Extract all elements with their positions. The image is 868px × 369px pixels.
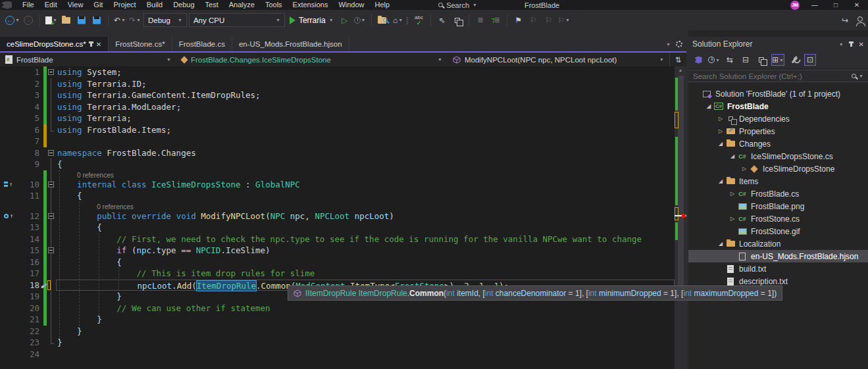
code-line[interactable]: 13 { (0, 222, 675, 234)
copy-structure-button[interactable] (451, 13, 464, 28)
tree-item-iceslimedropsstone[interactable]: ▷IceSlimeDropsStone (688, 162, 868, 175)
vs-logo-icon[interactable] (1, 1, 12, 9)
solution-platform-dropdown[interactable]: Any CPU▼ (189, 13, 285, 27)
code-line[interactable]: 2using Terraria.ID; (0, 78, 675, 90)
new-project-button[interactable]: ▼ (45, 13, 58, 28)
fold-margin[interactable] (47, 210, 56, 222)
menu-debug[interactable]: Debug (168, 0, 199, 10)
menu-help[interactable]: Help (370, 0, 396, 10)
toggle-bookmark-button[interactable]: ⚑ (512, 13, 525, 28)
code-line[interactable]: 22 } (0, 326, 675, 337)
preview-selected-items-toggle[interactable]: ⊡ (804, 54, 816, 66)
maximize-button[interactable]: □ (830, 1, 842, 9)
fold-margin[interactable] (47, 245, 56, 257)
increase-indent-button[interactable]: ⁊≣ (489, 13, 502, 28)
code-line[interactable]: 15 if (npc.type == NPCID.IceSlime) (0, 245, 675, 257)
fold-margin[interactable] (47, 124, 56, 136)
expander-closed[interactable]: ▷ (740, 166, 749, 172)
select-pointer-button[interactable]: ⇖ (436, 13, 449, 28)
fold-margin[interactable] (47, 78, 56, 90)
menu-build[interactable]: Build (141, 0, 168, 10)
tree-item-frostblade-cs[interactable]: ▷C#FrostBlade.cs (688, 187, 868, 200)
code-line[interactable]: 20 // We can use other if statemen (0, 303, 675, 314)
menu-project[interactable]: Project (108, 0, 141, 10)
tab-froststone-cs-[interactable]: FrostStone.cs* (109, 37, 172, 51)
tree-item-iceslimedropsstone-cs[interactable]: ◢C#IceSlimeDropsStone.cs (688, 150, 868, 162)
fold-margin[interactable] (47, 66, 56, 78)
fold-margin[interactable] (47, 222, 56, 234)
expander-closed[interactable]: ▷ (716, 128, 725, 134)
tree-item-dependencies[interactable]: ▷Dependencies (688, 112, 868, 125)
code-line[interactable]: 16 { (0, 257, 675, 268)
menu-file[interactable]: File (17, 0, 39, 10)
fold-margin[interactable] (47, 202, 56, 210)
fold-margin[interactable] (47, 147, 56, 159)
collapse-all-button[interactable]: ⊟ (740, 54, 752, 66)
fold-margin[interactable] (47, 179, 56, 191)
collapse-region-icon[interactable] (48, 150, 54, 156)
show-all-files-toggle[interactable]: ⊞▼ (771, 54, 784, 66)
menu-analyze[interactable]: Analyze (224, 0, 260, 10)
scrollbar-thumb[interactable] (678, 76, 684, 293)
clear-bookmarks-button[interactable]: ⚐▼ (557, 13, 571, 28)
chevron-down-icon[interactable]: ▼ (839, 42, 844, 47)
navigate-back-button[interactable]: ←▼ (5, 13, 20, 28)
close-icon[interactable]: ✕ (859, 41, 864, 48)
code-line[interactable]: 4using Terraria.ModLoader; (0, 101, 675, 113)
tree-item-items[interactable]: ◢Items (688, 175, 868, 187)
code-line[interactable]: 14 // First, we need to check the npc.ty… (0, 234, 675, 245)
menu-edit[interactable]: Edit (39, 0, 63, 10)
collapse-region-icon[interactable] (48, 247, 54, 253)
code-line[interactable]: 7 (0, 135, 675, 147)
fold-margin[interactable] (47, 89, 56, 101)
menu-view[interactable]: View (63, 0, 89, 10)
code-line[interactable]: 3using Terraria.GameContent.ItemDropRule… (0, 89, 675, 101)
sync-with-active-document-button[interactable]: ⇆ (724, 54, 736, 66)
fold-margin[interactable] (47, 268, 56, 280)
codelens-references-link[interactable]: 0 references (77, 172, 114, 179)
solution-explorer-header[interactable]: Solution Explorer ▼ ✕ (688, 37, 868, 51)
code-line[interactable]: 11 { (0, 190, 675, 202)
tree-item-en-us-mods-frostblade-hjson[interactable]: en-US_Mods.FrostBlade.hjson (688, 250, 868, 262)
fold-margin[interactable] (47, 303, 56, 314)
tree-item-properties[interactable]: ▷Properties (688, 125, 868, 137)
code-line[interactable]: 6using FrostBlade.Items; (0, 124, 675, 136)
tree-item-solution-frostblade-1-of-1-project-[interactable]: Solution 'FrostBlade' (1 of 1 project) (688, 87, 868, 100)
previous-bookmark-button[interactable]: ⚐ (527, 13, 540, 28)
expander-open[interactable]: ◢ (716, 141, 725, 147)
spell-check-button[interactable]: abc✓ (413, 13, 426, 28)
save-all-button[interactable] (90, 13, 103, 28)
tree-item-build-txt[interactable]: build.txt (688, 262, 868, 275)
expander-closed[interactable]: ▷ (716, 116, 725, 122)
undo-button[interactable]: ↶▼ (113, 13, 126, 28)
search-input[interactable] (693, 72, 852, 80)
tree-item-changes[interactable]: ◢Changes (688, 137, 868, 150)
fold-margin[interactable] (47, 280, 56, 291)
collapse-region-icon[interactable] (48, 213, 54, 219)
codelens-references-link[interactable]: 0 references (97, 203, 134, 210)
solution-explorer-search[interactable]: ▼ (688, 70, 868, 82)
code-line[interactable]: 21 } (0, 314, 675, 326)
share-button[interactable]: ↪ (838, 13, 852, 28)
toolbar-drag-handle[interactable]: •••• (407, 16, 411, 24)
code-line[interactable]: 8namespace FrostBlade.Changes (0, 147, 675, 159)
tree-item-frostblade[interactable]: ◢C#FrostBlade (688, 100, 868, 112)
fold-margin[interactable] (47, 337, 56, 349)
code-line[interactable]: ↑10 internal class IceSlimeDropsStone : … (0, 179, 675, 191)
code-line[interactable]: 23} (0, 337, 675, 349)
menu-tools[interactable]: Tools (260, 0, 288, 10)
tree-item-froststone-cs[interactable]: ▷C#FrostStone.cs (688, 212, 868, 225)
fold-margin[interactable] (47, 101, 56, 113)
navigate-forward-button[interactable]: → (22, 13, 35, 28)
pending-changes-filter-button[interactable]: ▼ (708, 54, 720, 66)
scrollbar-up-arrow[interactable]: ▲ (675, 68, 686, 72)
type-dropdown[interactable]: FrostBlade.Changes.IceSlimeDropsStone ▼ (176, 53, 447, 66)
fold-margin[interactable] (47, 349, 56, 360)
expander-open[interactable]: ◢ (716, 178, 725, 184)
gear-icon[interactable] (676, 41, 682, 47)
next-bookmark-button[interactable]: ⚐ (542, 13, 555, 28)
project-dropdown[interactable]: FrostBlade ▼ (0, 53, 176, 66)
tree-item-localization[interactable]: ◢Localization (688, 237, 868, 250)
fold-margin[interactable] (47, 170, 56, 179)
split-window-button[interactable]: ⇅ (669, 53, 686, 66)
